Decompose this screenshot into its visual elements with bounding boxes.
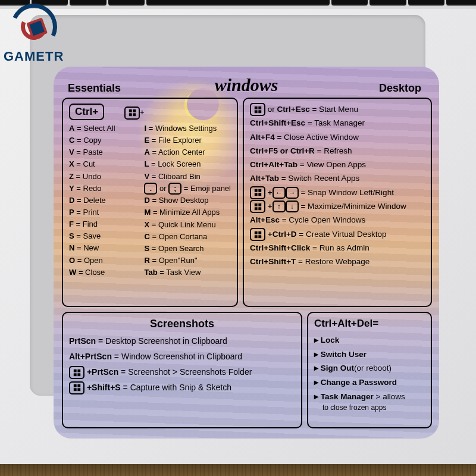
shortcut-row: or Ctrl+Esc = Start Menu [250,102,425,116]
svg-rect-7 [258,110,261,113]
shortcut-row: D = Delete [69,195,140,206]
svg-rect-0 [129,109,132,112]
svg-rect-8 [254,189,257,192]
shortcut-row: V = Paste [69,146,140,158]
shortcut-sticker: windows Essentials Desktop Ctrl+ + A = S… [54,67,439,439]
win-key-icon [250,228,265,241]
svg-rect-1 [133,109,136,112]
svg-rect-15 [258,207,261,210]
shortcut-row: P = Print [69,206,140,218]
list-item-note: to close frozen apps [322,403,425,413]
svg-rect-25 [77,384,80,387]
shortcut-row: Ctrl+Shift+Click = Run as Admin [250,241,425,255]
shortcut-row: Ctrl+Alt+Tab = View Open Apps [250,158,425,171]
heading-essentials: Essentials [68,82,121,95]
brand-logo: GAMETR [4,4,64,64]
svg-rect-6 [254,110,257,113]
essentials-head: Ctrl+ + [69,102,231,123]
essentials-win-col: I = Windows SettingsE = File ExplorerA =… [144,123,231,278]
shortcut-row: R = Open"Run" [144,255,231,267]
key-icon: . [144,183,157,195]
svg-rect-9 [258,189,261,192]
shortcut-row: Alt+F4 = Close Active Window [250,130,425,144]
svg-rect-24 [73,384,76,387]
shortcut-row: Ctrl+F5 or Ctrl+R = Refresh [250,144,425,158]
key-icon: ; [168,183,181,195]
shortcut-row: N = New [69,242,140,254]
win-key-icon [250,103,265,116]
shortcut-row: Alt+Esc = Cycle Open Windows [250,213,425,227]
brand-logo-text: GAMETR [4,49,64,64]
win-key-icon [69,381,84,394]
svg-rect-13 [258,203,261,206]
shortcut-row: C = Copy [69,134,140,146]
shortcut-row: PrtScn = Desktop Screenshot in Clipboard [69,334,295,349]
shortcut-row: A = Action Center [144,146,231,158]
svg-rect-11 [258,193,261,196]
win-plus: + [140,108,144,117]
svg-rect-22 [73,373,76,376]
svg-rect-21 [77,369,80,372]
shortcut-row: +PrtScn = Screenshot > Screenshots Folde… [69,365,295,380]
shortcut-row: X = Quick Link Menu [144,219,231,231]
svg-rect-5 [258,107,261,109]
svg-rect-19 [258,235,261,238]
shortcut-row: +Ctrl+D = Create Virtual Desktop [250,227,425,241]
ctrlaltdel-box: Ctrl+Alt+Del= LockSwitch UserSign Out(or… [307,312,432,428]
shortcut-row: +←→ = Snap Window Left/Right [250,186,425,199]
win-key-icon [250,200,265,213]
shortcut-row: Ctrl+Shift+Esc = Task Manager [250,116,425,130]
list-item: Task Manager > allows [314,390,425,404]
svg-rect-27 [77,389,80,392]
win-key-icon [124,107,140,120]
list-item: Switch User [314,347,425,362]
shortcut-row: Ctrl+Shift+T = Restore Webpage [250,255,425,268]
svg-rect-10 [254,193,257,196]
list-item: Change a Password [314,375,425,390]
key-icon: ← [273,187,286,199]
shortcut-row: X = Cut [69,158,140,170]
shortcut-row: S = Open Search [144,243,231,255]
shortcut-row: Y = Redo [69,183,140,195]
svg-rect-14 [254,207,257,210]
key-icon: ↓ [286,201,299,212]
shortcut-row: E = File Explorer [144,134,231,146]
svg-rect-12 [254,203,257,206]
svg-rect-2 [129,114,132,117]
svg-rect-26 [73,389,76,392]
key-icon: → [286,187,299,199]
svg-rect-23 [77,373,80,376]
shortcut-row: Alt+PrtScn = Window Screenshot in Clipbo… [69,349,295,365]
key-icon: ↑ [273,201,286,212]
shortcut-row: L = Lock Screen [144,158,231,170]
shortcut-row: I = Windows Settings [144,123,231,134]
heading-screenshots: Screenshots [69,318,295,330]
shortcut-row: Alt+Tab = Switch Recent Apps [250,171,425,185]
shortcut-row: +↑↓ = Maximize/Minimize Window [250,199,425,213]
shortcut-row: Tab = Task View [144,267,231,278]
ctrl-key-label: Ctrl+ [69,104,104,120]
keyboard-row [0,0,476,9]
shortcut-row: O = Open [69,255,140,267]
shortcut-row: V = Cliboard Bin [144,171,231,183]
shortcut-row: F = Find [69,218,140,230]
svg-rect-20 [73,369,76,372]
heading-desktop: Desktop [379,82,421,95]
svg-rect-18 [254,235,257,238]
win-key-icon [69,366,84,379]
win-key-icon [250,186,265,199]
svg-rect-16 [254,231,257,234]
shortcut-row: . or ; = Emoji panel [144,183,231,195]
svg-rect-4 [254,107,257,109]
list-item: Sign Out(or reboot) [314,361,425,375]
shortcut-row: C = Open Cortana [144,231,231,243]
svg-rect-17 [258,231,261,234]
shortcut-row: S = Save [69,230,140,242]
svg-rect-3 [133,114,136,117]
heading-ctrlaltdel: Ctrl+Alt+Del= [314,318,425,330]
list-item: Lock [314,333,425,347]
shortcut-row: W = Close [69,267,140,278]
shortcut-row: +Shift+S = Capture with Snip & Sketch [69,380,295,396]
shortcut-row: D = Show Desktop [144,195,231,206]
shortcut-row: M = Minimize All Apps [144,206,231,218]
